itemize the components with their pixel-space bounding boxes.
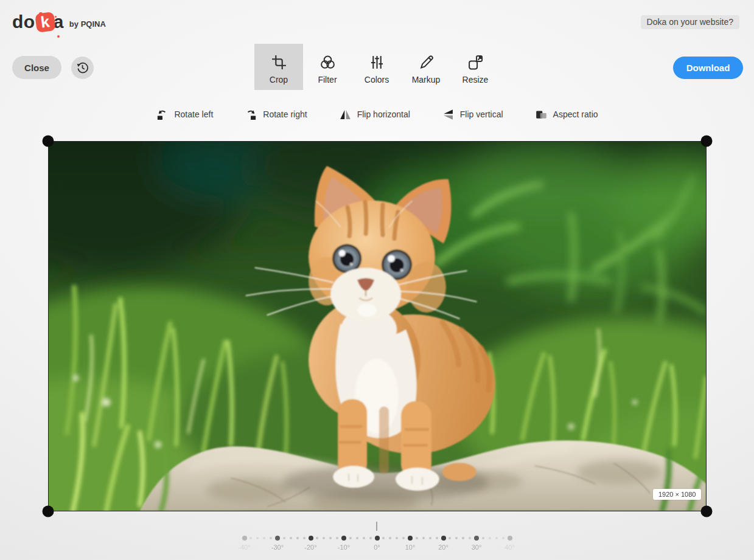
ruler-tick-dot	[396, 537, 398, 539]
ruler-tick-dot	[474, 536, 479, 541]
ruler-tick-dot	[462, 537, 464, 539]
ruler-tick-dot	[402, 537, 405, 539]
ruler-tick-dot	[363, 537, 365, 539]
ruler-tick-dot	[283, 537, 285, 539]
ruler-tick-dot	[429, 537, 431, 539]
ruler-tick-dot	[356, 537, 358, 539]
ruler-degree-label: 20°	[438, 544, 449, 551]
ruler-tick-dot	[349, 537, 352, 539]
ruler-tick-dot	[482, 537, 484, 539]
ruler-tick-dot	[336, 537, 338, 539]
ruler-tick-dot	[275, 536, 280, 541]
ruler-tick-dot	[416, 537, 418, 539]
ruler-tick-dot	[309, 536, 313, 541]
ruler-tick-dot	[303, 537, 305, 539]
ruler-degree-label: 0°	[374, 544, 380, 551]
ruler-tick-dot	[323, 537, 325, 539]
ruler-tick-dot	[508, 536, 512, 541]
ruler-tick-dot	[389, 537, 391, 539]
ruler-degree-label: -30°	[271, 544, 284, 551]
ruler-degree-label: -10°	[338, 544, 350, 551]
ruler-tick-dot	[290, 537, 292, 539]
ruler-tick-dot	[250, 537, 252, 539]
ruler-tick-dot	[382, 537, 385, 539]
ruler-tick-dot	[495, 537, 498, 539]
ruler-tick-dot	[455, 537, 458, 539]
ruler-tick-dot	[375, 536, 380, 541]
ruler-tick-dot	[263, 537, 265, 539]
ruler-tick-dot	[502, 537, 504, 539]
ruler-tick-dot	[270, 537, 272, 539]
ruler-tick-dot	[436, 537, 438, 539]
ruler-degree-label: 10°	[405, 544, 416, 551]
ruler-tick-dot	[441, 536, 446, 541]
ruler-tick-dot	[489, 537, 491, 539]
ruler-tick-dot	[449, 537, 451, 539]
ruler-tick-dot	[316, 537, 318, 539]
ruler-degree-label: 40°	[504, 544, 515, 551]
rotation-ruler[interactable]: -40°-30°-20°-10°0°10°20°30°40°	[0, 0, 754, 560]
ruler-tick-dot	[242, 536, 247, 541]
ruler-degree-label: 30°	[472, 544, 482, 551]
ruler-degree-label: -20°	[304, 544, 316, 551]
doka-editor: doka by PQINA Doka on your website? Clos…	[0, 0, 754, 560]
ruler-tick-dot	[408, 536, 413, 541]
ruler-tick-dot	[341, 536, 346, 541]
ruler-tick-dot	[422, 537, 425, 539]
ruler-degree-label: -40°	[238, 544, 250, 551]
ruler-tick-dot	[329, 537, 332, 539]
ruler-tick-dot	[369, 537, 372, 539]
rotation-current-tick	[376, 522, 377, 531]
ruler-tick-dot	[469, 537, 471, 539]
ruler-tick-dot	[256, 537, 259, 539]
ruler-tick-dot	[296, 537, 299, 539]
